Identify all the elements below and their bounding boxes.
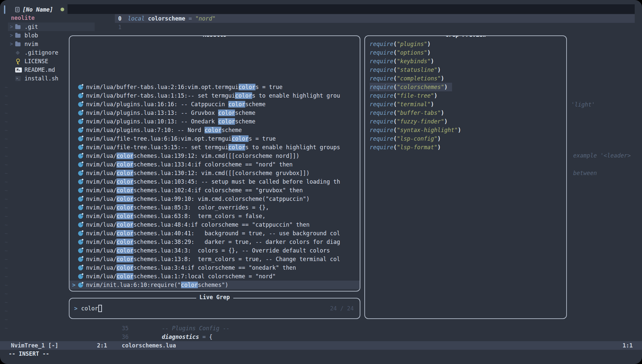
result-row[interactable]: nvim/lua/plugins.lua:10:13: -- Onedark c…	[69, 117, 360, 126]
result-row[interactable]: nvim/lua/colorschemes.lua:48:4:if colors…	[69, 220, 360, 229]
module-string: "plugins"	[397, 41, 427, 47]
result-row[interactable]: nvim/lua/colorschemes.lua:139:12: vim.cm…	[69, 152, 360, 160]
preview-line[interactable]: require("completions")	[365, 74, 566, 83]
tree-item-label: blob	[24, 32, 38, 39]
match-highlight: color	[116, 153, 133, 159]
results-title: Results	[200, 35, 230, 38]
result-row[interactable]: nvim/lua/colorschemes.lua:102:4:if color…	[69, 186, 360, 195]
close-paren: )	[437, 67, 441, 73]
result-row[interactable]: nvim/lua/colorschemes.lua:63:8: term_col…	[69, 212, 360, 220]
result-text: nvim/lua/colorschemes.lua:139:12: vim.cm…	[86, 153, 299, 159]
preview-line[interactable]: require("fuzzy-finder")	[365, 117, 566, 126]
match-highlight: color	[116, 196, 133, 202]
result-row[interactable]: nvim/lua/colorschemes.lua:85:3: color_ov…	[69, 203, 360, 212]
preview-line[interactable]: require("buffer-tabs")	[365, 109, 566, 117]
operator: =	[189, 15, 192, 22]
preview-line[interactable]: require("lsp-format")	[365, 143, 566, 152]
open-paren: (	[393, 118, 397, 125]
result-row[interactable]: nvim/lua/buffer-tabs.lua:2:16:vim.opt.te…	[69, 83, 360, 91]
result-post: s = true	[249, 135, 276, 142]
match-highlight: color	[116, 256, 133, 262]
result-row[interactable]: nvim/lua/colorschemes.lua:34:3: colors =…	[69, 246, 360, 255]
result-row[interactable]: nvim/lua/buffer-tabs.lua:1:15:-- set ter…	[69, 91, 360, 100]
result-post: schemes.lua:85:3: color_overrides = {},	[133, 204, 269, 211]
result-row[interactable]: >nvim/init.lua:6:10:require("colorscheme…	[69, 281, 360, 289]
result-row[interactable]: nvim/lua/plugins.lua:7:10: -- Nord color…	[69, 126, 360, 134]
lua-icon	[78, 248, 83, 253]
result-pre: nvim/lua/	[86, 153, 116, 159]
result-row[interactable]: nvim/lua/colorschemes.lua:130:12: vim.cm…	[69, 169, 360, 177]
result-row[interactable]: nvim/lua/colorschemes.lua:1:7:local colo…	[69, 272, 360, 281]
preview-code: require("syntax-highlight")	[370, 126, 461, 134]
result-pre: nvim/lua/file-tree.lua:6:16:vim.opt.term…	[86, 135, 232, 142]
result-pre: nvim/lua/file-tree.lua:5:15:-- set termg…	[86, 144, 228, 151]
lua-icon	[78, 274, 83, 279]
result-row[interactable]: nvim/lua/colorschemes.lua:40:41: backgro…	[69, 229, 360, 238]
result-row[interactable]: nvim/lua/colorschemes.lua:99:10: vim.cmd…	[69, 195, 360, 203]
statusline-position: 2:1	[97, 341, 107, 350]
preview-line[interactable]: require("lsp-config")	[365, 134, 566, 143]
preview-line[interactable]: require("keybinds")	[365, 57, 566, 66]
result-post: s to enable highlight grou	[252, 92, 340, 99]
search-input[interactable]: >color	[69, 298, 360, 318]
result-text: nvim/lua/buffer-tabs.lua:2:16:vim.opt.te…	[86, 84, 283, 90]
result-pre: nvim/lua/	[86, 204, 116, 211]
tree-item-.git[interactable]: >.git	[8, 23, 95, 31]
close-paren: )	[444, 84, 447, 90]
module-string: "options"	[397, 49, 427, 56]
function-name: require	[370, 41, 393, 47]
match-highlight: color	[116, 230, 133, 237]
bg-line-number-36: 36	[122, 333, 128, 341]
preview-line[interactable]: require("terminal")	[365, 100, 566, 109]
preview-line[interactable]: require("file-tree")	[365, 91, 566, 100]
lua-icon	[78, 265, 83, 270]
module-string: "colorschemes"	[397, 84, 444, 90]
result-row[interactable]: nvim/lua/plugins.lua:16:16: -- Catppucci…	[69, 100, 360, 109]
statusline-buffer: NvimTree_1 [-]	[11, 341, 58, 350]
text-cursor	[98, 305, 102, 312]
preview-line[interactable]: require("statusline")	[365, 66, 566, 74]
result-text: nvim/lua/colorschemes.lua:130:12: vim.cm…	[86, 170, 310, 176]
result-text: nvim/lua/colorschemes.lua:99:10: vim.cmd…	[86, 196, 310, 202]
tree-root-label[interactable]: neolite	[11, 14, 35, 22]
preview-code: require("plugins")	[370, 40, 431, 48]
match-highlight: color	[218, 110, 235, 116]
search-query: color	[81, 305, 98, 312]
empty-line-tildes: ~~~~~~~~~~~~~~~~~~~~~~~~~~~~~	[5, 83, 8, 332]
statusline-filename: colorschemes.lua	[122, 341, 176, 350]
result-row[interactable]: nvim/lua/colorschemes.lua:3:4:if colorsc…	[69, 263, 360, 272]
comment-text: -- Plugins Config --	[162, 325, 230, 332]
preview-line[interactable]: require("options")	[365, 48, 566, 57]
preview-line[interactable]: require("syntax-highlight")	[365, 126, 566, 134]
tilde-marker: ~	[5, 229, 8, 238]
result-pre: nvim/lua/	[86, 170, 116, 176]
result-row[interactable]: nvim/lua/colorschemes.lua:38:29: darker …	[69, 238, 360, 246]
tilde-marker: ~	[5, 83, 8, 91]
function-name: require	[370, 58, 393, 65]
result-row[interactable]: nvim/lua/colorschemes.lua:13:8: term_col…	[69, 255, 360, 263]
function-name: require	[370, 49, 393, 56]
match-highlight: color	[116, 239, 133, 245]
tilde-marker: ~	[5, 246, 8, 255]
lua-icon	[78, 231, 83, 236]
result-pre: nvim/lua/	[86, 221, 116, 228]
result-row[interactable]: nvim/lua/colorschemes.lua:103:45: -- set…	[69, 177, 360, 186]
result-row[interactable]: nvim/lua/colorschemes.lua:133:4:if color…	[69, 160, 360, 169]
prompt-caret: >	[74, 305, 77, 312]
preview-code: require("file-tree")	[370, 91, 437, 100]
open-paren: (	[393, 92, 397, 99]
result-row[interactable]: nvim/lua/file-tree.lua:5:15:-- set termg…	[69, 143, 360, 152]
tab-no-name[interactable]: [No Name]	[15, 5, 53, 14]
preview-line[interactable]: require("plugins")	[365, 40, 566, 48]
results-list: nvim/lua/buffer-tabs.lua:2:16:vim.opt.te…	[69, 83, 360, 289]
preview-line[interactable]: require("colorschemes")	[365, 83, 566, 91]
result-row[interactable]: nvim/lua/plugins.lua:13:13: -- Gruvbox c…	[69, 109, 360, 117]
tilde-marker: ~	[5, 315, 8, 324]
open-paren: (	[393, 67, 397, 73]
result-pre: nvim/lua/	[86, 247, 116, 254]
result-text: nvim/lua/colorschemes.lua:38:29: darker …	[86, 239, 340, 245]
bg-line-number-35: 35	[122, 324, 128, 333]
result-row[interactable]: nvim/lua/file-tree.lua:6:16:vim.opt.term…	[69, 134, 360, 143]
result-post: schemes.lua:130:12: vim.cmd([[colorschem…	[133, 170, 309, 176]
function-name: require	[370, 67, 393, 73]
